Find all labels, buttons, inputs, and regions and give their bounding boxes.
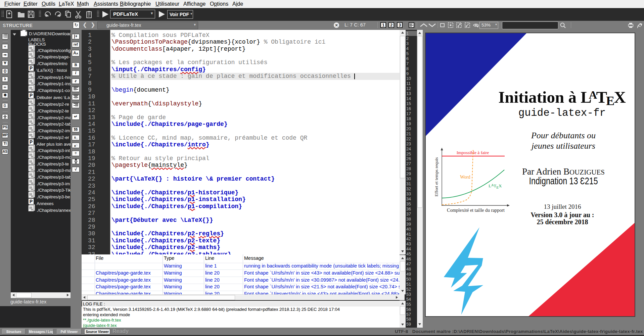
svg-text:Effort et temps requis: Effort et temps requis	[434, 157, 439, 196]
svg-text:Word: Word	[460, 175, 470, 180]
